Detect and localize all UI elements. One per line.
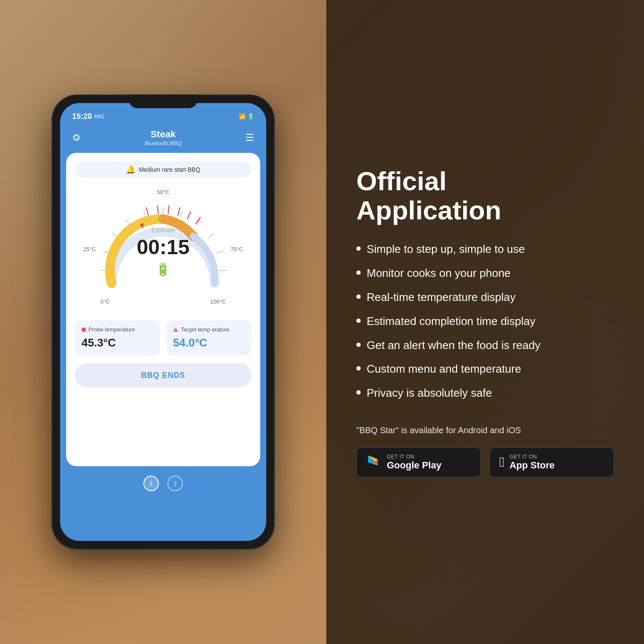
status-time: 15:20 bbox=[72, 112, 92, 121]
left-panel: 15:20 BBQ 📶 🔋 ⚙ Steak Bluetooth:BBQ ☰ bbox=[0, 0, 326, 644]
google-play-button[interactable]: GET IT ON Google Play bbox=[356, 447, 481, 477]
svg-line-8 bbox=[208, 234, 214, 238]
settings-icon[interactable]: ⚙ bbox=[72, 132, 81, 143]
gauge-time: 00:15 bbox=[137, 235, 190, 259]
probe-card-header: Probe temperature bbox=[82, 326, 153, 333]
temp-label-100: 100°C bbox=[210, 298, 226, 305]
official-application-title: Official Application bbox=[356, 167, 614, 225]
page-indicators: 1 2 bbox=[60, 466, 266, 495]
target-temp-card: Target temp erature 54.0°C bbox=[166, 320, 252, 355]
food-name: Steak bbox=[145, 129, 182, 140]
bullet-icon bbox=[356, 390, 361, 395]
page-dot-1[interactable]: 1 bbox=[143, 476, 159, 491]
probe-value: 45.3°C bbox=[82, 336, 153, 349]
feature-item-7: Privacy is absolutely safe bbox=[356, 386, 614, 401]
app-store-button[interactable]:  GET IT ON App Store bbox=[489, 447, 614, 477]
features-list: Simple to step up, simple to use Monitor… bbox=[356, 242, 614, 410]
svg-line-13 bbox=[168, 206, 169, 214]
bell-icon: 🔔 bbox=[126, 165, 135, 174]
feature-item-4: Estimated completion time display bbox=[356, 314, 614, 329]
feature-item-5: Get an alert when the food is ready bbox=[356, 338, 614, 353]
gauge-estimate-label: Estimate bbox=[137, 227, 190, 234]
target-triangle-icon bbox=[173, 327, 178, 332]
phone-screen: 15:20 BBQ 📶 🔋 ⚙ Steak Bluetooth:BBQ ☰ bbox=[60, 103, 266, 541]
google-play-text: GET IT ON Google Play bbox=[387, 454, 441, 471]
status-icons: 📶 🔋 bbox=[239, 113, 254, 120]
probe-temp-card: Probe temperature 45.3°C bbox=[75, 320, 160, 355]
temp-label-0: 0°C bbox=[100, 298, 110, 305]
hamburger-menu-icon[interactable]: ☰ bbox=[246, 132, 254, 143]
feature-item-1: Simple to step up, simple to use bbox=[356, 242, 614, 257]
feature-item-3: Real-time temperature display bbox=[356, 290, 614, 305]
header-title-block: Steak Bluetooth:BBQ bbox=[145, 129, 182, 146]
status-network: BBQ bbox=[94, 114, 104, 119]
feature-item-6: Custom menu and temperature bbox=[356, 362, 614, 377]
svg-line-12 bbox=[158, 206, 158, 214]
store-buttons: GET IT ON Google Play  GET IT ON App St… bbox=[356, 447, 614, 477]
svg-line-14 bbox=[178, 207, 180, 216]
svg-line-3 bbox=[126, 219, 131, 225]
alert-text: Medium rare start BBQ bbox=[139, 166, 200, 173]
feature-item-2: Monitor cooks on your phone bbox=[356, 266, 614, 281]
bullet-icon bbox=[356, 319, 361, 323]
app-store-text: GET IT ON App Store bbox=[510, 454, 555, 471]
target-card-header: Target temp erature bbox=[173, 326, 245, 333]
app-content-area: 🔔 Medium rare start BBQ bbox=[66, 153, 260, 466]
alert-badge: 🔔 Medium rare start BBQ bbox=[75, 161, 252, 178]
signal-icon: 📶 bbox=[239, 113, 246, 120]
connection-status: Bluetooth:BBQ bbox=[145, 140, 182, 146]
temperature-gauge: Estimate 00:15 🔋 0°C 25°C 50°C 75°C 100°… bbox=[75, 185, 252, 313]
google-play-icon bbox=[366, 455, 382, 470]
availability-text: "BBQ Star" is available for Android and … bbox=[356, 425, 614, 435]
phone-notch bbox=[129, 94, 197, 108]
bullet-icon bbox=[356, 246, 361, 251]
svg-line-2 bbox=[112, 234, 118, 238]
bullet-icon bbox=[356, 343, 361, 347]
apple-icon:  bbox=[499, 454, 504, 470]
svg-line-6 bbox=[180, 210, 182, 217]
bullet-icon bbox=[356, 270, 361, 275]
gauge-center: Estimate 00:15 🔋 bbox=[137, 227, 190, 276]
right-panel: Official Application Simple to step up, … bbox=[326, 0, 644, 644]
svg-line-11 bbox=[146, 207, 149, 216]
probe-dot-icon bbox=[82, 328, 86, 332]
probe-label: Probe temperature bbox=[88, 326, 135, 333]
battery-indicator-icon: 🔋 bbox=[137, 262, 190, 276]
bullet-icon bbox=[356, 366, 361, 371]
page-dot-2[interactable]: 2 bbox=[167, 476, 183, 491]
battery-status-icon: 🔋 bbox=[247, 113, 254, 120]
temp-label-75: 75°C bbox=[231, 246, 243, 252]
target-value: 54.0°C bbox=[173, 336, 245, 349]
app-header: ⚙ Steak Bluetooth:BBQ ☰ bbox=[60, 125, 266, 153]
phone-device: 15:20 BBQ 📶 🔋 ⚙ Steak Bluetooth:BBQ ☰ bbox=[52, 94, 275, 550]
temp-label-50: 50°C bbox=[157, 189, 169, 195]
temp-label-25: 25°C bbox=[83, 246, 96, 252]
bullet-icon bbox=[356, 295, 361, 299]
temperature-cards: Probe temperature 45.3°C Target temp era… bbox=[75, 320, 252, 355]
svg-line-4 bbox=[144, 210, 146, 217]
svg-line-9 bbox=[216, 251, 223, 253]
svg-line-15 bbox=[187, 211, 191, 219]
bbq-ends-button[interactable]: BBQ ENDS bbox=[75, 363, 252, 388]
target-label: Target temp erature bbox=[181, 326, 229, 333]
